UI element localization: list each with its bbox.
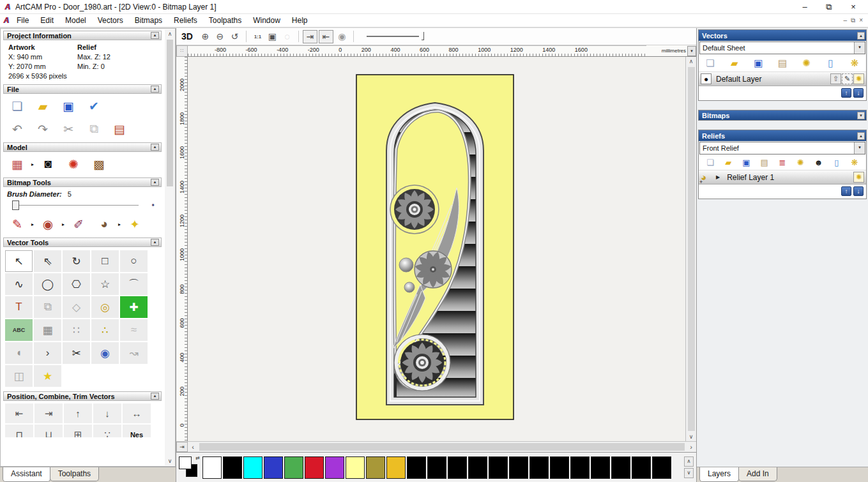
import-vectors-icon[interactable]: ▤: [776, 57, 789, 69]
clipart-3d-icon[interactable]: ◉: [91, 342, 119, 364]
palette-swatch[interactable]: [243, 456, 263, 479]
transform-tool-icon[interactable]: ↻: [63, 250, 90, 272]
move-layer-down-button[interactable]: ↓: [853, 88, 864, 98]
expander-icon[interactable]: ▶: [716, 174, 720, 180]
palette-swatch[interactable]: [305, 456, 324, 479]
scroll-down-icon[interactable]: ∨: [168, 456, 172, 465]
save-vectors-icon[interactable]: ▣: [752, 57, 765, 69]
switch-3d-view-button[interactable]: 3D: [181, 31, 193, 41]
collapse-icon[interactable]: ▲: [151, 393, 159, 400]
centre-in-page-icon[interactable]: ⊞: [64, 425, 92, 437]
merge-layer-up-icon[interactable]: ⇧: [830, 73, 841, 84]
menu-item[interactable]: Model: [59, 14, 92, 27]
expand-icon[interactable]: ▼: [857, 112, 865, 119]
save-relief-icon[interactable]: ▣: [740, 158, 753, 167]
paste-along-curve-icon[interactable]: ∵: [93, 425, 121, 437]
palette-swatch[interactable]: [325, 456, 344, 479]
restore-button[interactable]: ⧉: [817, 1, 841, 13]
model-wizard-icon[interactable]: ✔: [81, 96, 107, 116]
vector-sheet-dropdown[interactable]: Default Sheet ▼: [699, 41, 865, 54]
menu-item[interactable]: Help: [286, 14, 314, 27]
mirror-vectors-icon[interactable]: ◫: [5, 365, 33, 387]
palette-swatch[interactable]: [591, 456, 610, 479]
open-relief-icon[interactable]: ▰: [722, 158, 735, 167]
relief-side-dropdown[interactable]: Front Relief ▼: [699, 142, 865, 154]
menu-item[interactable]: Window: [247, 14, 286, 27]
palette-swatch[interactable]: [652, 456, 671, 479]
all-layers-visible-icon[interactable]: ❋: [848, 57, 861, 69]
palette-swatch[interactable]: [632, 456, 651, 479]
layer-visibility-icon[interactable]: ✺: [800, 57, 813, 69]
all-reliefs-visible-icon[interactable]: ❋: [848, 158, 861, 167]
project-information-header[interactable]: Project Information ▲: [3, 31, 162, 40]
mdi-restore-button[interactable]: ⧉: [851, 17, 855, 24]
palette-swatch[interactable]: [489, 456, 508, 479]
chevron-down-icon[interactable]: ▼: [854, 42, 865, 54]
paste-weld-icon[interactable]: ✚: [120, 296, 148, 318]
palette-swatch[interactable]: [550, 456, 569, 479]
new-sheet-icon[interactable]: ❏: [704, 57, 717, 69]
palette-swatch[interactable]: [202, 456, 222, 479]
relief-layer-row[interactable]: ◕+ ▶ Relief Layer 1 ✺: [699, 170, 866, 185]
palette-swatch[interactable]: [284, 456, 303, 479]
bitmap-visibility-toggle-icon[interactable]: ⇥: [303, 30, 317, 43]
block-copy-icon[interactable]: ∷: [63, 319, 90, 341]
paste-icon[interactable]: ▤: [107, 119, 132, 139]
palette-swatch[interactable]: [468, 456, 487, 479]
text-block-icon[interactable]: ABC: [5, 319, 33, 341]
align-bottom-icon[interactable]: ↓: [93, 403, 121, 423]
mdi-close-button[interactable]: ×: [859, 17, 863, 24]
select-tool-icon[interactable]: ↖: [5, 250, 33, 272]
zoom-in-icon[interactable]: ⊕: [198, 30, 213, 43]
zoom-selection-icon[interactable]: ◌: [280, 30, 294, 43]
menu-item[interactable]: File: [11, 14, 34, 27]
palette-swatch[interactable]: [407, 456, 426, 479]
node-editing-tool-icon[interactable]: ⇖: [34, 250, 61, 272]
move-layer-up-button[interactable]: ↑: [841, 88, 851, 98]
import-relief-icon[interactable]: ▤: [758, 158, 771, 167]
layer-visible-icon[interactable]: ✺: [853, 73, 864, 84]
units-selector[interactable]: millimetres ▼: [646, 45, 696, 57]
new-relief-icon[interactable]: ❏: [704, 158, 717, 167]
scroll-left-icon[interactable]: ‹: [188, 443, 198, 451]
tab-add-in[interactable]: Add In: [738, 467, 777, 481]
offset-vector-icon[interactable]: ◇: [63, 296, 90, 318]
zoom-out-icon[interactable]: ⊖: [213, 30, 227, 43]
preview-icon[interactable]: ◉: [335, 30, 349, 43]
align-top-icon[interactable]: ↑: [64, 403, 92, 423]
transfer-relief-icon[interactable]: ≣: [776, 158, 789, 167]
close-button[interactable]: ×: [841, 1, 865, 13]
centre-vertical-icon[interactable]: ⊔: [34, 425, 63, 437]
fit-arcs-icon[interactable]: ∴: [91, 319, 119, 341]
trim-vectors-icon[interactable]: ✂: [63, 342, 90, 364]
delete-layer-icon[interactable]: ▯: [824, 57, 837, 69]
tab-layers[interactable]: Layers: [699, 467, 739, 482]
palette-swatch[interactable]: [223, 456, 242, 479]
rectangle-tool-icon[interactable]: □: [91, 250, 119, 272]
brush-diameter-slider[interactable]: ✦: [7, 200, 158, 211]
scroll-right-icon[interactable]: ›: [686, 443, 696, 451]
ellipse-tool-icon[interactable]: ◯: [34, 273, 61, 295]
chevron-down-icon[interactable]: ▼: [687, 46, 696, 56]
primary-secondary-colour[interactable]: ⇄: [178, 455, 200, 479]
palette-swatch[interactable]: [529, 456, 549, 479]
fit-polyline-icon[interactable]: ≈: [120, 319, 148, 341]
palette-icon[interactable]: ◕: [91, 214, 117, 234]
pipette-icon[interactable]: ✐: [66, 214, 91, 234]
delete-relief-icon[interactable]: ▯: [830, 158, 843, 167]
greyscale-relief-icon[interactable]: ☻: [812, 158, 825, 167]
new-model-icon[interactable]: ❏: [4, 96, 30, 116]
position-combine-trim-header[interactable]: Position, Combine, Trim Vectors ▲: [3, 391, 162, 401]
measure-tool-icon[interactable]: ◎: [91, 296, 119, 318]
palette-swatch[interactable]: [346, 456, 365, 479]
open-vectors-icon[interactable]: ▰: [728, 57, 741, 69]
text-tool-icon[interactable]: T: [5, 296, 33, 318]
cut-icon[interactable]: ✂: [56, 119, 81, 139]
palette-swatch[interactable]: [611, 456, 630, 479]
zoom-previous-icon[interactable]: ↺: [227, 30, 242, 43]
assistant-scrollbar[interactable]: ∧ ∨: [165, 29, 175, 465]
primary-colour-swatch[interactable]: [179, 456, 192, 469]
chevron-down-icon[interactable]: ▼: [854, 142, 865, 154]
align-left-icon[interactable]: ⇤: [5, 403, 33, 423]
relief-visible-icon[interactable]: ✺: [853, 172, 864, 183]
